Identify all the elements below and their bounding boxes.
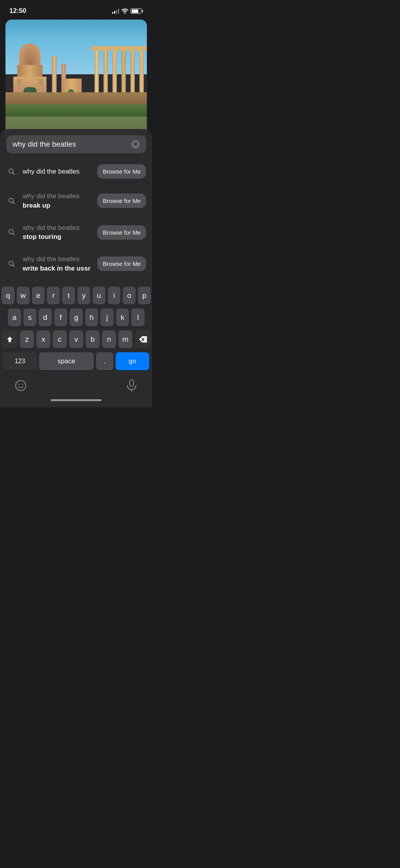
suggestion-bold-2: stop touring [23, 233, 61, 240]
svg-point-9 [18, 384, 20, 385]
svg-rect-11 [130, 380, 134, 386]
search-icon-2 [6, 227, 17, 238]
key-p[interactable]: p [138, 287, 151, 305]
svg-line-5 [13, 233, 15, 235]
suggestion-text-2: why did the beatles stop touring [23, 223, 92, 242]
svg-point-8 [16, 380, 26, 391]
suggestion-text-1: why did the beatles break up [23, 192, 92, 210]
browse-for-me-button-0[interactable]: Browse for Me [97, 164, 146, 179]
home-indicator-area [0, 396, 152, 407]
browser-thumbnail-area [0, 20, 152, 141]
suggestion-item-3[interactable]: why did the beatles write back in the us… [0, 248, 152, 280]
clear-search-button[interactable]: ✕ [131, 140, 140, 149]
key-i[interactable]: i [108, 287, 121, 305]
home-bar [51, 399, 102, 401]
key-x[interactable]: x [36, 330, 50, 348]
suggestion-prefix-2: why did the beatles [23, 224, 80, 231]
browse-for-me-button-3[interactable]: Browse for Me [97, 256, 146, 271]
key-v[interactable]: v [69, 330, 83, 348]
key-t[interactable]: t [62, 287, 75, 305]
browser-card[interactable] [5, 20, 147, 141]
key-z[interactable]: z [20, 330, 34, 348]
key-o[interactable]: o [123, 287, 136, 305]
suggestion-bold-1: break up [23, 202, 50, 209]
key-g[interactable]: g [70, 308, 83, 326]
key-a[interactable]: a [8, 308, 21, 326]
key-u[interactable]: u [93, 287, 105, 305]
keyboard-row-2: a s d f g h j k l [2, 308, 151, 326]
browse-for-me-button-2[interactable]: Browse for Me [97, 225, 146, 240]
key-c[interactable]: c [53, 330, 67, 348]
forum-image [5, 20, 147, 141]
backspace-key[interactable] [135, 330, 151, 348]
overlay-panel: why did the beatles ✕ why did the beatle… [0, 129, 152, 283]
keyboard-bottom-toolbar [0, 375, 152, 396]
key-q[interactable]: q [2, 287, 14, 305]
keyboard-bottom-row: 123 space . go [2, 352, 151, 370]
keyboard: q w e r t y u i o p a s d f g h j k l z … [0, 283, 152, 375]
keyboard-row-1: q w e r t y u i o p [2, 287, 151, 305]
suggestion-prefix-1: why did the beatles [23, 192, 80, 200]
key-j[interactable]: j [100, 308, 114, 326]
svg-line-7 [13, 265, 15, 267]
key-space[interactable]: space [39, 352, 94, 370]
key-r[interactable]: r [47, 287, 60, 305]
suggestion-text-0: why did the beatles [23, 167, 92, 176]
browse-for-me-button-1[interactable]: Browse for Me [97, 194, 146, 208]
key-s[interactable]: s [23, 308, 37, 326]
battery-icon [130, 8, 143, 14]
status-time: 12:50 [9, 7, 26, 15]
wifi-icon [121, 9, 128, 14]
search-icon-1 [6, 195, 17, 206]
shift-key[interactable] [2, 330, 18, 348]
microphone-button[interactable] [123, 377, 140, 394]
key-d[interactable]: d [39, 308, 52, 326]
key-123[interactable]: 123 [3, 352, 37, 370]
key-go[interactable]: go [116, 352, 149, 370]
suggestion-full-0: why did the beatles [23, 168, 80, 175]
key-m[interactable]: m [118, 330, 132, 348]
svg-point-10 [22, 384, 23, 385]
key-h[interactable]: h [85, 308, 98, 326]
suggestion-text-3: why did the beatles write back in the us… [23, 255, 92, 273]
status-icons [112, 8, 143, 14]
suggestion-item-0[interactable]: why did the beatles Browse for Me [0, 158, 152, 185]
key-k[interactable]: k [116, 308, 129, 326]
status-bar: 12:50 [0, 0, 152, 20]
emoji-button[interactable] [12, 377, 29, 394]
svg-line-3 [13, 202, 15, 204]
key-l[interactable]: l [131, 308, 145, 326]
suggestion-prefix-3: why did the beatles [23, 255, 80, 263]
key-f[interactable]: f [54, 308, 68, 326]
keyboard-row-3: z x c v b n m [2, 330, 151, 348]
key-b[interactable]: b [86, 330, 100, 348]
search-query-text: why did the beatles [12, 140, 127, 149]
suggestion-item-2[interactable]: why did the beatles stop touring Browse … [0, 217, 152, 249]
search-bar[interactable]: why did the beatles ✕ [6, 135, 146, 153]
suggestion-bold-3: write back in the ussr [23, 265, 91, 272]
search-icon-3 [6, 258, 17, 269]
search-icon-0 [6, 166, 17, 177]
key-w[interactable]: w [17, 287, 30, 305]
suggestions-list: why did the beatles Browse for Me why di… [0, 155, 152, 283]
key-e[interactable]: e [32, 287, 45, 305]
suggestion-item-1[interactable]: why did the beatles break up Browse for … [0, 185, 152, 217]
key-period[interactable]: . [96, 352, 113, 370]
signal-icon [112, 8, 119, 14]
clear-icon: ✕ [134, 142, 138, 147]
key-n[interactable]: n [102, 330, 116, 348]
search-bar-container: why did the beatles ✕ [0, 135, 152, 155]
key-y[interactable]: y [77, 287, 90, 305]
svg-line-1 [13, 172, 15, 174]
